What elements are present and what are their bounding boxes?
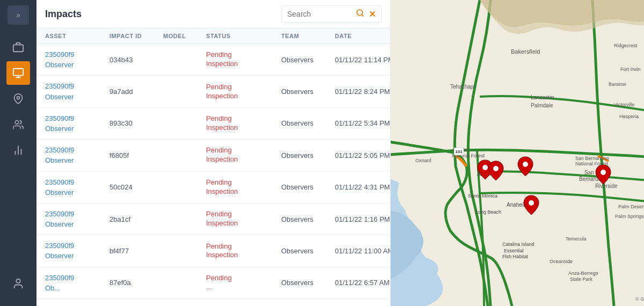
asset-link[interactable]: 235090f9Observer [45, 50, 74, 69]
table-row[interactable]: 235090f9Observer 2ba1cf PendingInspectio… [36, 203, 390, 235]
col-header-status: STATUS [206, 33, 281, 39]
col-header-asset: ASSET [45, 33, 109, 39]
team-cell: Observers [281, 119, 335, 127]
map-panel: Bakersfield Ridgecrest Fort Irwin Tehach… [391, 0, 644, 306]
date-cell: 01/11/22 11:00 AM [335, 247, 390, 255]
col-header-date: DATE [335, 33, 391, 39]
status-cell: Pending... [206, 274, 281, 292]
asset-cell[interactable]: 235090f9Ob... [45, 273, 109, 293]
date-cell: 01/11/22 5:34 PM [335, 119, 390, 127]
table-row[interactable]: 235090f9Observer f6805f PendingInspectio… [36, 140, 390, 171]
sidebar-item-chart[interactable] [6, 139, 30, 162]
asset-cell[interactable]: 235090f9Observer [45, 241, 109, 261]
table-row[interactable]: 235090f9Observer 9a7add PendingInspectio… [36, 76, 390, 107]
status-cell: PendingInspection [206, 242, 281, 260]
svg-text:Barstow: Barstow [609, 82, 626, 87]
status-cell: PendingInspection [206, 178, 281, 196]
asset-link[interactable]: 235090f9Ob... [45, 274, 74, 292]
sidebar-item-location[interactable] [6, 87, 30, 111]
svg-point-50 [523, 162, 528, 167]
team-cell: Observers [281, 88, 335, 96]
sidebar-item-monitor[interactable] [6, 61, 30, 85]
search-icon[interactable] [356, 9, 364, 19]
svg-text:Palm Desert: Palm Desert [618, 204, 644, 209]
svg-point-9 [16, 279, 20, 283]
svg-text:Ridgecrest: Ridgecrest [614, 43, 638, 48]
svg-text:Santa Monica: Santa Monica [468, 193, 497, 199]
date-cell: 01/11/22 11:14 PM [335, 56, 390, 64]
svg-text:Tehachapi: Tehachapi [450, 84, 475, 90]
svg-text:Lancaster: Lancaster [531, 94, 555, 100]
svg-text:San Bernardino: San Bernardino [575, 156, 609, 161]
sidebar-item-briefcase[interactable] [6, 35, 30, 59]
table-body: 235090f9Observer 034b43 PendingInspectio… [36, 44, 390, 306]
search-bar: ✕ [281, 5, 382, 23]
svg-text:Catalina Island: Catalina Island [502, 242, 535, 247]
sidebar: » [0, 0, 36, 306]
table-row[interactable]: 235090f9Observer 50c024 PendingInspectio… [36, 172, 390, 203]
toggle-icon: » [16, 11, 20, 19]
sidebar-item-user[interactable] [6, 272, 30, 295]
svg-point-5 [15, 121, 19, 125]
svg-rect-1 [13, 69, 23, 76]
impact-id-cell: f6805f [109, 151, 163, 159]
impact-id-cell: 893c30 [109, 119, 163, 127]
table-panel: Impacts ✕ ASSET Impact ID MODEL STATUS T… [36, 0, 391, 306]
main-content: Impacts ✕ ASSET Impact ID MODEL STATUS T… [36, 0, 644, 306]
date-cell: 01/11/22 1:16 PM [335, 215, 390, 223]
date-cell: 01/11/22 5:05 PM [335, 151, 390, 159]
date-cell: 01/11/22 6:57 AM [335, 279, 390, 287]
impact-id-cell: 2ba1cf [109, 215, 163, 223]
asset-cell[interactable]: 235090f9Observer [45, 209, 109, 229]
impact-id-cell: 034b43 [109, 56, 163, 64]
team-cell: Observers [281, 151, 335, 159]
svg-point-52 [529, 200, 534, 206]
svg-point-4 [17, 97, 20, 99]
status-cell: PendingInspection [206, 83, 281, 101]
sidebar-item-team[interactable] [6, 113, 30, 136]
asset-link[interactable]: 235090f9Observer [45, 114, 74, 133]
asset-link[interactable]: 235090f9Observer [45, 242, 74, 260]
asset-link[interactable]: 235090f9Observer [45, 210, 74, 228]
impact-id-cell: bf4f77 [109, 247, 163, 255]
impact-id-cell: 87ef0a [109, 279, 163, 287]
svg-point-51 [601, 170, 606, 175]
svg-text:101: 101 [455, 149, 463, 154]
asset-cell[interactable]: 235090f9Observer [45, 49, 109, 70]
status-cell: PendingInspection [206, 50, 281, 69]
date-cell: 01/11/22 8:24 PM [335, 88, 390, 96]
table-row[interactable]: 235090f9Observer bf4f77 PendingInspectio… [36, 235, 390, 267]
team-cell: Observers [281, 279, 335, 287]
svg-text:Anza-Borrego: Anza-Borrego [568, 271, 598, 276]
svg-text:State Park: State Park [570, 276, 593, 282]
svg-text:Oxnard: Oxnard [415, 158, 431, 163]
svg-text:© Google Maps: © Google Maps [635, 296, 644, 302]
svg-text:San: San [584, 170, 594, 176]
table-row[interactable]: 235090f9Observer 034b43 PendingInspectio… [36, 44, 390, 76]
table-row[interactable]: 235090f9Observer 893c30 PendingInspectio… [36, 108, 390, 140]
asset-cell[interactable]: 235090f9Observer [45, 145, 109, 165]
sidebar-toggle[interactable]: » [8, 5, 29, 25]
date-cell: 01/11/22 4:31 PM [335, 183, 390, 191]
asset-cell[interactable]: 235090f9Observer [45, 81, 109, 101]
status-cell: PendingInspection [206, 146, 281, 164]
svg-text:Long Beach: Long Beach [475, 209, 501, 215]
asset-cell[interactable]: 235090f9Observer [45, 177, 109, 198]
svg-text:Temecula: Temecula [566, 236, 587, 242]
svg-point-49 [493, 166, 499, 171]
svg-text:Fort Irwin: Fort Irwin [620, 67, 641, 72]
table-row[interactable]: 235090f9Ob... 87ef0a Pending... Observer… [36, 267, 390, 299]
asset-cell[interactable]: 235090f9Observer [45, 113, 109, 134]
column-headers: ASSET Impact ID MODEL STATUS TEAM DATE [36, 28, 390, 44]
svg-text:Riverside: Riverside [595, 183, 618, 189]
svg-text:Bakersfield: Bakersfield [511, 48, 540, 55]
map-svg: Bakersfield Ridgecrest Fort Irwin Tehach… [391, 0, 644, 306]
asset-link[interactable]: 235090f9Observer [45, 146, 74, 164]
team-cell: Observers [281, 56, 335, 64]
search-input[interactable] [287, 10, 352, 18]
close-icon[interactable]: ✕ [369, 9, 376, 19]
asset-link[interactable]: 235090f9Observer [45, 178, 74, 196]
sidebar-bottom [6, 272, 30, 297]
svg-rect-0 [13, 45, 23, 52]
asset-link[interactable]: 235090f9Observer [45, 82, 74, 100]
